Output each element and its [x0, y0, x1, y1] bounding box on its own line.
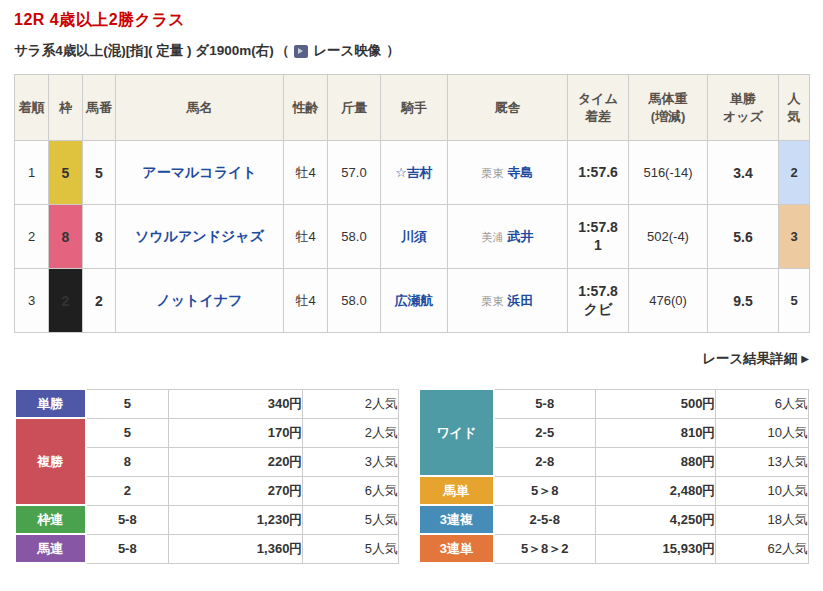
payout-combination: 5	[86, 418, 169, 447]
win-odds: 3.4	[708, 141, 779, 205]
payout-row: 3連複2-5-84,250円18人気	[419, 505, 808, 534]
payout-combination: 5＞8	[494, 476, 596, 505]
bet-type-label: 単勝	[15, 389, 86, 418]
column-header: 斤量	[328, 75, 381, 141]
jockey-link[interactable]: ☆吉村	[395, 165, 433, 180]
payout-combination: 2	[86, 476, 169, 505]
time-margin-cell: 1:57.81	[568, 205, 629, 269]
finish-position: 2	[15, 205, 49, 269]
trainer-link[interactable]: 寺島	[508, 165, 534, 180]
bet-type-label: 枠連	[15, 505, 86, 534]
payout-popularity: 5人気	[303, 505, 399, 534]
popularity: 5	[779, 269, 810, 333]
carried-weight: 58.0	[328, 205, 381, 269]
payout-popularity: 18人気	[716, 505, 809, 534]
payout-combination: 5＞8＞2	[494, 534, 596, 563]
paren-open: （	[276, 42, 290, 60]
horse-name-cell: アーマルコライト	[116, 141, 284, 205]
jockey-link[interactable]: 川須	[401, 229, 427, 244]
stable-cell: 栗東寺島	[448, 141, 568, 205]
payout-row: 馬単5＞82,480円10人気	[419, 476, 808, 505]
bracket-number: 5	[49, 141, 83, 205]
popularity: 3	[779, 205, 810, 269]
body-weight: 476(0)	[629, 269, 708, 333]
horse-name-cell: ソウルアンドジャズ	[116, 205, 284, 269]
payout-popularity: 10人気	[716, 418, 809, 447]
bracket-number: 2	[49, 269, 83, 333]
payout-combination: 2-5-8	[494, 505, 596, 534]
payout-amount: 810円	[595, 418, 716, 447]
race-result-detail-label: レース結果詳細	[702, 351, 797, 366]
race-conditions-text: サラ系4歳以上(混)[指]( 定量 ) ダ1900m(右)	[14, 42, 274, 60]
results-header-row: 着順枠馬番馬名性齢斤量騎手厩舎タイム 着差馬体重 (増減)単勝 オッズ人 気	[15, 75, 810, 141]
results-table: 着順枠馬番馬名性齢斤量騎手厩舎タイム 着差馬体重 (増減)単勝 オッズ人 気 1…	[14, 74, 810, 333]
payout-row: 単勝5340円2人気	[15, 389, 399, 418]
payout-combination: 2-5	[494, 418, 596, 447]
payout-popularity: 3人気	[303, 447, 399, 476]
bet-type-label: 馬連	[15, 534, 86, 563]
payout-combination: 8	[86, 447, 169, 476]
payout-amount: 270円	[168, 476, 303, 505]
payout-amount: 170円	[168, 418, 303, 447]
jockey-cell: 広瀬航	[381, 269, 448, 333]
payout-amount: 1,360円	[168, 534, 303, 563]
finish-time: 1:57.8	[568, 219, 628, 237]
finish-position: 3	[15, 269, 49, 333]
table-row: 288ソウルアンドジャズ牡458.0川須美浦武井1:57.81502(-4)5.…	[15, 205, 810, 269]
payout-row: 馬連5-81,360円5人気	[15, 534, 399, 563]
carried-weight: 58.0	[328, 269, 381, 333]
race-result-detail-link[interactable]: レース結果詳細▶	[702, 351, 809, 366]
detail-link-row: レース結果詳細▶	[14, 349, 809, 368]
bet-type-label: 3連単	[419, 534, 494, 563]
payout-combination: 5	[86, 389, 169, 418]
payout-combination: 5-8	[494, 389, 596, 418]
payout-combination: 5-8	[86, 505, 169, 534]
column-header: 性齢	[284, 75, 328, 141]
horse-name-cell: ノットイナフ	[116, 269, 284, 333]
payout-combination: 5-8	[86, 534, 169, 563]
payout-section: 単勝5340円2人気複勝5170円2人気8220円3人気2270円6人気枠連5-…	[14, 388, 809, 564]
bet-type-label: 3連複	[419, 505, 494, 534]
sex-age: 牡4	[284, 141, 328, 205]
horse-name-link[interactable]: ソウルアンドジャズ	[135, 228, 264, 244]
jockey-cell: ☆吉村	[381, 141, 448, 205]
table-row: 155アーマルコライト牡457.0☆吉村栗東寺島1:57.6516(-14)3.…	[15, 141, 810, 205]
paren-close: ）	[386, 42, 400, 60]
margin: 1	[568, 237, 628, 255]
right-triangle-icon: ▶	[801, 353, 809, 364]
race-result-page: 12R 4歳以上2勝クラス サラ系4歳以上(混)[指]( 定量 ) ダ1900m…	[0, 0, 823, 564]
payout-popularity: 5人気	[303, 534, 399, 563]
finish-time: 1:57.8	[568, 283, 628, 301]
stable-region: 栗東	[482, 295, 504, 307]
column-header: 人 気	[779, 75, 810, 141]
time-margin-cell: 1:57.6	[568, 141, 629, 205]
finish-position: 1	[15, 141, 49, 205]
bet-type-label: ワイド	[419, 389, 494, 476]
carried-weight: 57.0	[328, 141, 381, 205]
trainer-link[interactable]: 武井	[508, 229, 534, 244]
horse-number: 8	[83, 205, 116, 269]
payout-popularity: 2人気	[303, 418, 399, 447]
payout-popularity: 2人気	[303, 389, 399, 418]
trainer-link[interactable]: 浜田	[508, 293, 534, 308]
results-table-body: 155アーマルコライト牡457.0☆吉村栗東寺島1:57.6516(-14)3.…	[15, 141, 810, 333]
payout-row: ワイド5-8500円6人気	[419, 389, 808, 418]
race-video-link[interactable]: レース映像	[294, 42, 381, 60]
race-conditions: サラ系4歳以上(混)[指]( 定量 ) ダ1900m(右) （ レース映像 ）	[14, 42, 809, 60]
payout-combination: 2-8	[494, 447, 596, 476]
column-header: 厩舎	[448, 75, 568, 141]
body-weight: 502(-4)	[629, 205, 708, 269]
payout-amount: 2,480円	[595, 476, 716, 505]
payout-amount: 340円	[168, 389, 303, 418]
horse-number: 2	[83, 269, 116, 333]
horse-name-link[interactable]: ノットイナフ	[157, 292, 243, 308]
payout-amount: 880円	[595, 447, 716, 476]
payout-popularity: 6人気	[716, 389, 809, 418]
bracket-number: 8	[49, 205, 83, 269]
column-header: 単勝 オッズ	[708, 75, 779, 141]
horse-name-link[interactable]: アーマルコライト	[142, 164, 256, 180]
payout-amount: 500円	[595, 389, 716, 418]
jockey-link[interactable]: 広瀬航	[395, 293, 434, 308]
margin: クビ	[568, 301, 628, 319]
body-weight: 516(-14)	[629, 141, 708, 205]
